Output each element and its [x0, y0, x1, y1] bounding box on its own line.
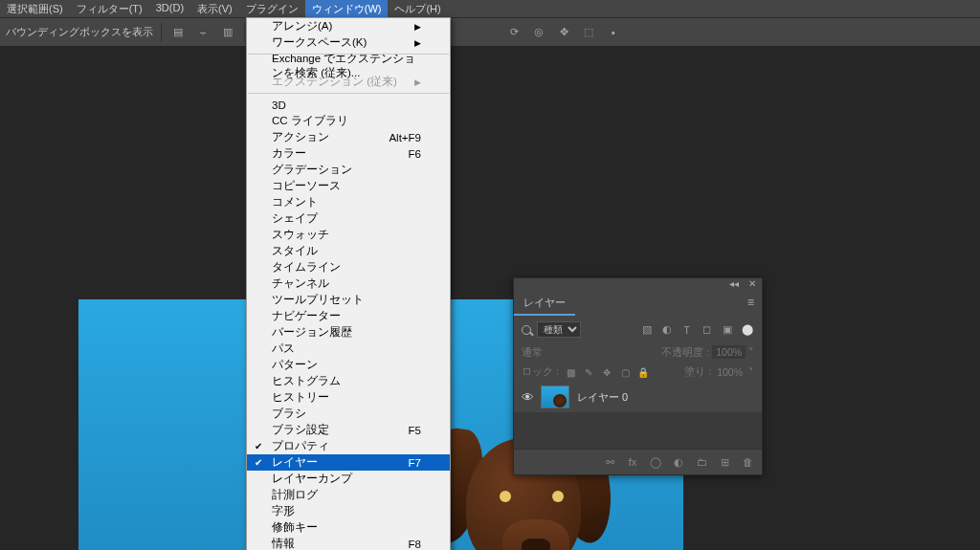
menu-item-label: 修飾キー [272, 520, 318, 535]
filter-adjust-icon[interactable]: ◐ [659, 322, 674, 337]
menu-item[interactable]: ✔プロパティ [247, 438, 450, 454]
layer-filter-type[interactable]: 種類 [537, 321, 581, 338]
menu-item[interactable]: ブラシ設定F5 [247, 422, 450, 438]
menu-item[interactable]: 3D [247, 97, 450, 113]
menu-item[interactable]: 修飾キー [247, 519, 450, 536]
menu-plugins[interactable]: プラグイン [239, 0, 305, 17]
panel-menu-icon[interactable]: ≡ [740, 292, 762, 316]
menu-item[interactable]: パターン [247, 357, 450, 373]
menu-item-label: 字形 [272, 504, 295, 518]
filter-toggle-icon[interactable]: ⬤ [740, 322, 754, 337]
menu-item-label: カラー [272, 146, 306, 161]
menu-item[interactable]: アレンジ(A)▶ [247, 18, 450, 34]
menu-item[interactable]: シェイプ [247, 210, 450, 227]
menu-shortcut: Alt+F9 [389, 132, 421, 143]
layer-thumbnail[interactable] [541, 385, 569, 408]
menu-item[interactable]: パス [247, 341, 450, 357]
submenu-arrow-icon: ▶ [414, 38, 421, 48]
menu-item[interactable]: ツールプリセット [247, 292, 450, 308]
menu-item[interactable]: コピーソース [247, 178, 450, 194]
group-icon[interactable]: 🗀 [695, 455, 708, 469]
lock-all-icon[interactable]: 🔒 [637, 366, 650, 379]
menu-view[interactable]: 表示(V) [190, 0, 239, 17]
filter-shape-icon[interactable]: ◻ [700, 322, 714, 337]
lock-position-icon[interactable]: ✥ [601, 366, 613, 379]
layer-row[interactable]: 👁 レイヤー 0 [514, 382, 762, 412]
align-left-icon[interactable]: ▤ [169, 24, 187, 41]
link-layers-icon[interactable]: ⚯ [603, 455, 616, 469]
lock-brush-icon[interactable]: ✎ [583, 366, 595, 379]
opacity-value[interactable]: 100% [712, 345, 746, 359]
menu-item[interactable]: ✔レイヤーF7 [247, 454, 450, 471]
menu-item[interactable]: 字形 [247, 503, 450, 519]
camera-icon[interactable]: ▪ [605, 24, 622, 41]
menu-filter[interactable]: フィルター(T) [70, 0, 149, 17]
filter-search-icon [522, 325, 531, 335]
menu-item-label: パス [272, 341, 295, 356]
lock-artboard-icon[interactable]: ▢ [619, 366, 632, 379]
blend-mode-select[interactable]: 通常 [522, 346, 543, 360]
menu-item[interactable]: スタイル [247, 243, 450, 259]
filter-type-icon[interactable]: T [679, 322, 694, 337]
menu-item[interactable]: ヒストグラム [247, 373, 450, 389]
menu-item[interactable]: ブラシ [247, 406, 450, 422]
menu-shortcut: F8 [409, 539, 421, 550]
menu-item-label: ツールプリセット [272, 293, 364, 307]
menu-3d[interactable]: 3D(D) [149, 0, 190, 17]
distribute-icon[interactable]: ⟳ [505, 24, 523, 41]
menu-item[interactable]: Exchange でエクステンションを検索 (従来)... [247, 57, 450, 74]
menu-window[interactable]: ウィンドウ(W) [305, 0, 389, 17]
window-menu-dropdown: アレンジ(A)▶ワークスペース(K)▶Exchange でエクステンションを検索… [246, 17, 451, 550]
fill-label: 塗り : [684, 365, 711, 379]
adjustment-icon[interactable]: ◐ [672, 455, 685, 469]
menu-item-label: ブラシ [272, 407, 306, 421]
menu-item[interactable]: 情報F8 [247, 536, 450, 550]
panel-collapse-icon[interactable]: ◂◂ [729, 278, 739, 292]
panel-close-icon[interactable]: ✕ [748, 278, 756, 292]
menu-item[interactable]: スウォッチ [247, 227, 450, 243]
canvas-area [0, 46, 980, 550]
menu-item-label: ヒストグラム [272, 374, 341, 388]
menu-item[interactable]: ナビゲーター [247, 308, 450, 324]
align-center-h-icon[interactable]: ⫟ [194, 24, 212, 41]
menu-item[interactable]: コメント [247, 194, 450, 210]
menu-item[interactable]: バージョン履歴 [247, 324, 450, 341]
menu-item-label: レイヤー [272, 455, 318, 470]
fill-value[interactable]: 100% [717, 366, 743, 378]
menu-select[interactable]: 選択範囲(S) [0, 0, 70, 17]
menu-item-label: スタイル [272, 244, 318, 258]
menu-item[interactable]: アクションAlt+F9 [247, 129, 450, 145]
fx-icon[interactable]: fx [626, 455, 639, 469]
option-bounding-box[interactable]: バウンディングボックスを表示 [6, 25, 153, 39]
menu-item[interactable]: タイムライン [247, 259, 450, 275]
menu-item[interactable]: グラデーション [247, 162, 450, 178]
menu-item[interactable]: チャンネル [247, 275, 450, 292]
mask-icon[interactable]: ◯ [649, 455, 662, 469]
lock-transparent-icon[interactable]: ▩ [565, 366, 577, 379]
3d-icon[interactable]: ⬚ [580, 24, 597, 41]
target-icon[interactable]: ◎ [530, 24, 547, 41]
delete-layer-icon[interactable]: 🗑 [741, 455, 754, 469]
menu-item-label: アクション [272, 130, 329, 144]
menu-help[interactable]: ヘルプ(H) [388, 0, 447, 17]
menu-shortcut: F5 [409, 425, 421, 436]
new-layer-icon[interactable]: ⊞ [718, 455, 731, 469]
menu-item-label: ヒストリー [272, 390, 329, 405]
move-icon[interactable]: ✥ [555, 24, 572, 41]
menu-item-label: アレンジ(A) [272, 19, 332, 33]
menu-item[interactable]: ヒストリー [247, 389, 450, 406]
align-right-icon[interactable]: ▥ [219, 24, 236, 41]
menu-item[interactable]: カラーF6 [247, 145, 450, 162]
filter-smart-icon[interactable]: ▣ [720, 322, 734, 337]
layers-tab[interactable]: レイヤー [514, 292, 575, 316]
menu-shortcut: F7 [409, 457, 421, 469]
menu-item[interactable]: ワークスペース(K)▶ [247, 34, 450, 51]
visibility-icon[interactable]: 👁 [514, 390, 541, 405]
menu-item[interactable]: 計測ログ [247, 487, 450, 503]
layer-name[interactable]: レイヤー 0 [577, 390, 628, 405]
filter-pixel-icon[interactable]: ▧ [639, 322, 654, 337]
menu-item[interactable]: レイヤーカンプ [247, 471, 450, 487]
menu-item-label: チャンネル [272, 276, 329, 291]
menu-item[interactable]: CC ライブラリ [247, 113, 450, 129]
menu-item-label: スウォッチ [272, 228, 329, 242]
